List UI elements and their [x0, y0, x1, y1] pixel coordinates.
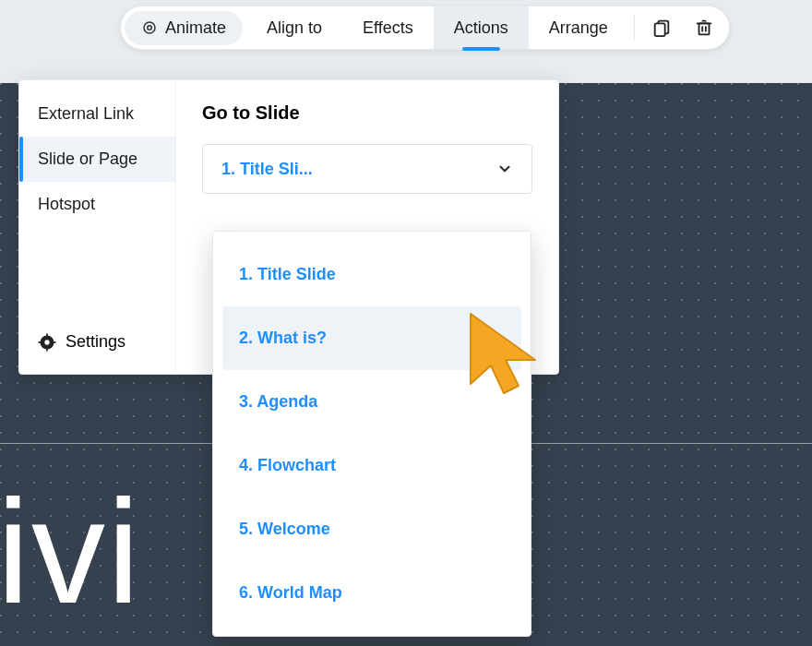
slide-option-4[interactable]: 4. Flowchart	[222, 434, 521, 497]
chevron-down-icon	[496, 161, 513, 177]
settings-label: Settings	[66, 332, 125, 352]
trash-icon	[694, 18, 714, 38]
svg-rect-10	[53, 341, 55, 343]
animate-icon	[141, 19, 158, 36]
sidebar-item-slide-or-page[interactable]: Slide or Page	[19, 137, 175, 182]
effects-button[interactable]: Effects	[342, 6, 434, 49]
svg-point-1	[148, 26, 152, 30]
sidebar-item-label: External Link	[38, 104, 134, 123]
svg-rect-9	[38, 341, 41, 343]
animate-button[interactable]: Animate	[125, 11, 243, 45]
toolbar-separator	[634, 15, 635, 41]
delete-button[interactable]	[683, 18, 725, 38]
slide-option-label: 4. Flowchart	[239, 456, 336, 474]
settings-button[interactable]: Settings	[19, 317, 175, 374]
slide-option-6[interactable]: 6. World Map	[222, 561, 521, 625]
sidebar-item-hotspot[interactable]: Hotspot	[19, 182, 175, 227]
svg-rect-3	[655, 23, 665, 36]
slide-option-5[interactable]: 5. Welcome	[222, 497, 521, 561]
svg-rect-8	[46, 348, 48, 351]
clipboard-icon	[651, 18, 672, 38]
slide-title-fragment: tivi	[0, 467, 142, 637]
slide-select[interactable]: 1. Title Sli...	[202, 144, 532, 194]
slide-option-label: 2. What is?	[239, 329, 327, 347]
svg-point-6	[44, 340, 49, 344]
svg-rect-4	[699, 23, 709, 34]
arrange-label: Arrange	[549, 18, 608, 38]
sidebar-item-label: Slide or Page	[38, 150, 137, 168]
actions-label: Actions	[454, 18, 508, 38]
align-to-label: Align to	[267, 18, 322, 38]
slide-option-1[interactable]: 1. Title Slide	[222, 243, 521, 306]
slide-option-3[interactable]: 3. Agenda	[222, 370, 521, 434]
animate-label: Animate	[165, 18, 226, 38]
sidebar-item-external-link[interactable]: External Link	[19, 91, 175, 137]
slide-dropdown: 1. Title Slide 2. What is? 3. Agenda 4. …	[212, 231, 531, 637]
slide-option-label: 3. Agenda	[239, 392, 317, 411]
actions-sidebar: External Link Slide or Page Hotspot Sett…	[19, 80, 176, 374]
slide-option-label: 5. Welcome	[239, 520, 330, 538]
panel-title: Go to Slide	[202, 102, 532, 124]
clipboard-button[interactable]	[640, 18, 683, 38]
sidebar-item-label: Hotspot	[38, 195, 95, 213]
svg-point-0	[144, 22, 155, 33]
slide-option-2[interactable]: 2. What is?	[222, 306, 521, 370]
toolbar: Animate Align to Effects Actions Arrange	[120, 6, 730, 50]
align-to-button[interactable]: Align to	[246, 6, 342, 49]
slide-option-label: 1. Title Slide	[239, 265, 336, 283]
slide-option-label: 6. World Map	[239, 583, 342, 602]
gear-icon	[38, 333, 56, 352]
actions-button[interactable]: Actions	[434, 6, 529, 49]
slide-select-value: 1. Title Sli...	[221, 160, 313, 179]
arrange-button[interactable]: Arrange	[529, 6, 628, 49]
svg-rect-7	[46, 333, 48, 336]
effects-label: Effects	[363, 18, 413, 38]
